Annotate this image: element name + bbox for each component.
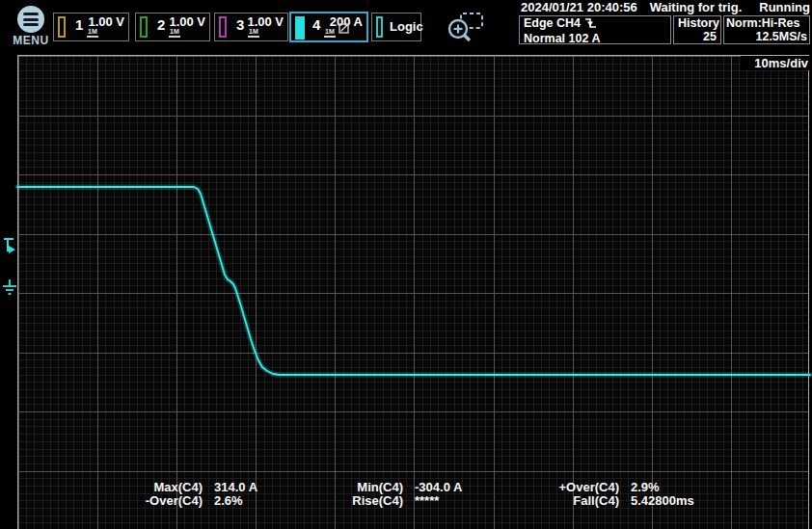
timebase-label: 10ms/div — [741, 56, 810, 70]
menu-button[interactable]: MENU — [8, 2, 54, 50]
trigger-settings-box[interactable]: Edge CH4 Normal 102 A — [519, 15, 671, 44]
channel-4-color-bar — [295, 16, 305, 40]
logic-label: Logic — [390, 19, 423, 34]
history-count: 25 — [674, 30, 720, 43]
zoom-search-icon — [446, 10, 486, 46]
measurement-label: Fall(C4) — [505, 494, 619, 508]
channel-2-coupling-icon: 1M — [169, 28, 180, 38]
channel-1-number: 1 — [75, 17, 83, 32]
graticule — [17, 55, 809, 529]
measurement-label: -Over(C4) — [89, 494, 203, 508]
measurement-column-2: Min(C4)-304.0 A Rise(C4)***** — [289, 481, 462, 508]
channel-4-button[interactable]: 4 200 A 1M — [289, 12, 368, 42]
sample-rate-label: 12.5MS/s — [724, 30, 809, 43]
trigger-mode-label: Normal 102 A — [524, 32, 670, 45]
channel-1-button[interactable]: 1 1.00 V 1M — [53, 13, 129, 41]
channel-1-scale: 1.00 V — [88, 15, 124, 28]
channel-3-color-bar — [219, 16, 227, 38]
datetime-label: 2024/01/21 20:40:56 — [521, 1, 637, 14]
logic-button[interactable]: Logic — [371, 13, 421, 41]
measurement-label: Min(C4) — [289, 481, 403, 494]
measurement-value: ***** — [415, 494, 439, 508]
trigger-level-marker[interactable] — [3, 237, 17, 255]
measurement-row: Max(C4)314.0 A — [89, 481, 257, 494]
measurement-label: Rise(C4) — [289, 494, 403, 508]
measurement-value: -304.0 A — [415, 481, 462, 494]
current-probe-icon — [338, 20, 349, 38]
measurement-row: -Over(C4)2.6% — [89, 494, 257, 508]
measurement-column-1: Max(C4)314.0 A -Over(C4)2.6% — [89, 481, 257, 508]
measurement-column-3: +Over(C4)2.9% Fall(C4)5.42800ms — [505, 481, 694, 508]
channel-3-scale: 1.00 V — [247, 15, 284, 28]
channel-2-color-bar — [140, 16, 148, 38]
measurement-value: 2.9% — [631, 481, 660, 494]
measurement-row: Min(C4)-304.0 A — [289, 481, 462, 494]
hamburger-icon — [17, 6, 44, 33]
history-label: History — [674, 16, 720, 30]
measurement-label: +Over(C4) — [505, 481, 619, 494]
trigger-status-label: Waiting for trig. — [650, 1, 743, 14]
channel-3-coupling-icon: 1M — [248, 28, 259, 38]
top-toolbar: MENU 1 1.00 V 1M 2 1.00 V 1M 3 1.00 V — [0, 0, 812, 55]
acquisition-box[interactable]: Norm:Hi-Res 12.5MS/s — [723, 15, 810, 44]
status-bar: 2024/01/21 20:40:56 Waiting for trig. Ru… — [521, 1, 810, 14]
oscilloscope-screen: MENU 1 1.00 V 1M 2 1.00 V 1M 3 1.00 V — [0, 0, 812, 529]
measurement-row: Fall(C4)5.42800ms — [505, 494, 694, 508]
measurement-value: 5.42800ms — [631, 494, 694, 508]
channel-3-button[interactable]: 3 1.00 V 1M — [214, 13, 288, 41]
measurement-value: 2.6% — [214, 494, 243, 508]
falling-edge-icon — [584, 16, 597, 32]
measurement-row: +Over(C4)2.9% — [505, 481, 694, 494]
trigger-source-label: Edge CH4 — [524, 16, 581, 30]
measurement-row: Rise(C4)***** — [289, 494, 462, 508]
channel-2-scale: 1.00 V — [169, 15, 205, 28]
channel-4-number: 4 — [312, 17, 320, 32]
menu-button-label: MENU — [8, 34, 54, 47]
channel-3-number: 3 — [236, 17, 244, 32]
channel-2-button[interactable]: 2 1.00 V 1M — [135, 13, 210, 41]
measurement-value: 314.0 A — [214, 481, 257, 494]
run-state-label: Running — [759, 1, 810, 14]
channel-1-coupling-icon: 1M — [87, 28, 98, 38]
channel-4-coupling-icon: 1M — [324, 28, 336, 38]
acquisition-mode-label: Norm:Hi-Res — [724, 16, 809, 30]
zoom-search-button[interactable] — [446, 10, 486, 46]
logic-color-bar — [376, 16, 383, 38]
ground-level-marker[interactable] — [2, 278, 17, 297]
history-box[interactable]: History 25 — [673, 15, 721, 44]
channel-2-number: 2 — [157, 17, 165, 32]
measurement-label: Max(C4) — [89, 481, 203, 494]
channel-1-color-bar — [58, 16, 66, 38]
